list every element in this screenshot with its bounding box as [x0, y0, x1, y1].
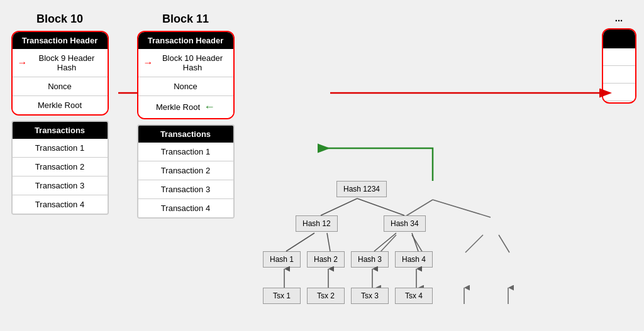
tsx2-node: Tsx 2: [307, 288, 345, 304]
hash4-node: Hash 4: [395, 251, 433, 268]
merkle-root-node: Hash 1234: [336, 181, 387, 197]
hash34-node: Hash 34: [384, 215, 426, 232]
block11-tx2: Transaction 2: [138, 161, 233, 180]
block12-title: ...: [615, 13, 623, 23]
hash1-node: Hash 1: [263, 251, 301, 268]
block10-header-row-0: → Block 9 Header Hash: [13, 49, 108, 77]
block11-header-label: Transaction Header: [138, 32, 233, 49]
block10-tx3: Transaction 3: [13, 176, 108, 195]
red-arrow-icon-2: →: [143, 57, 153, 68]
merkle-tree-svg: [252, 18, 459, 319]
block10-tx4: Transaction 4: [13, 195, 108, 214]
block11-header-box: Transaction Header → Block 10 Header Has…: [137, 31, 235, 119]
hash12-node: Hash 12: [296, 215, 338, 232]
hash1234-node: Hash 1234: [336, 181, 387, 197]
merkle-tree: Hash 1234 Hash 12 Hash 34 Hash 1: [252, 18, 459, 319]
block10-header-label: Transaction Header: [13, 32, 108, 49]
block12-partial-row3: [603, 84, 635, 101]
block10-title: Block 10: [36, 13, 83, 26]
block10-column: Block 10 Transaction Header → Block 9 He…: [6, 13, 113, 215]
hash2-node: Hash 2: [307, 251, 345, 268]
main-container: Block 10 Transaction Header → Block 9 He…: [0, 0, 644, 331]
block11-tx1: Transaction 1: [138, 143, 233, 161]
block11-title: Block 11: [162, 13, 209, 26]
block10-tx1: Transaction 1: [13, 139, 108, 158]
svg-line-16: [374, 233, 396, 251]
block10-header-box: Transaction Header → Block 9 Header Hash…: [11, 31, 109, 116]
block11-transactions-label: Transactions: [138, 126, 233, 143]
tsx3-node: Tsx 3: [351, 288, 389, 304]
block11-transactions-box: Transactions Transaction 1 Transaction 2…: [137, 124, 235, 219]
svg-line-14: [286, 233, 314, 251]
block11-header-row-0: → Block 10 Header Hash: [138, 49, 233, 77]
merkle-area: Hash 1234 Hash 12 Hash 34 Hash 1: [252, 13, 600, 319]
block11-header-row-1: Nonce: [138, 77, 233, 96]
block10-header-row-1: Nonce: [13, 77, 108, 96]
block10-header-row-2: Merkle Root: [13, 96, 108, 114]
svg-line-15: [327, 233, 330, 251]
block10-transactions-box: Transactions Transaction 1 Transaction 2…: [11, 121, 109, 215]
block10-transactions-label: Transactions: [13, 122, 108, 139]
block11-column: Block 11 Transaction Header → Block 10 H…: [132, 13, 239, 219]
red-arrow-icon: →: [18, 57, 28, 68]
block12-header-partial: [602, 28, 636, 104]
block12-partial-row1: [603, 48, 635, 66]
block12-partial-header: [603, 30, 635, 48]
block12-partial-row2: [603, 66, 635, 84]
tsx4-node: Tsx 4: [395, 288, 433, 304]
tsx1-node: Tsx 1: [263, 288, 301, 304]
block10-tx2: Transaction 2: [13, 158, 108, 176]
green-arrow-icon: ←: [204, 100, 215, 114]
svg-line-12: [321, 198, 357, 215]
svg-line-17: [412, 233, 418, 251]
block11-tx3: Transaction 3: [138, 180, 233, 199]
block12-partial: ...: [600, 13, 638, 104]
block11-tx4: Transaction 4: [138, 199, 233, 217]
svg-line-13: [357, 198, 404, 215]
hash3-node: Hash 3: [351, 251, 389, 268]
block11-header-row-2: Merkle Root ←: [138, 96, 233, 118]
